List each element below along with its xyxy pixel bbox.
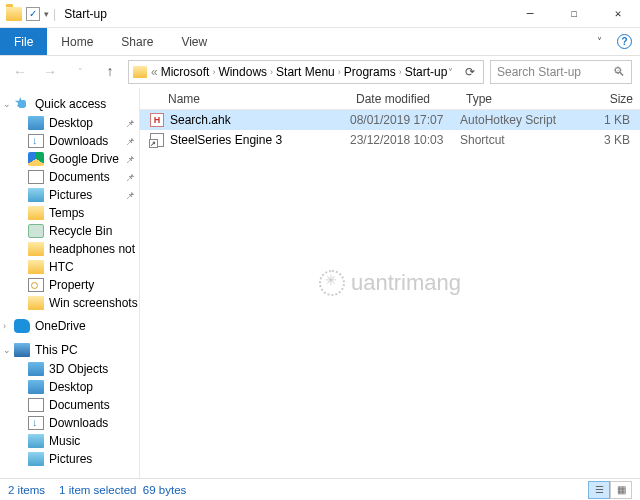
tab-view[interactable]: View: [167, 28, 221, 55]
file-date: 08/01/2019 17:07: [350, 113, 460, 127]
folder-icon: [28, 260, 44, 274]
ribbon-collapse-icon[interactable]: ˅: [585, 28, 613, 55]
sidebar-item-downloads[interactable]: Downloads: [0, 414, 139, 432]
watermark: uantrimang: [319, 270, 461, 296]
sidebar-item-recycle-bin[interactable]: Recycle Bin: [0, 222, 139, 240]
main-area: ⌄ Quick access Desktop📌︎Downloads📌︎Googl…: [0, 88, 640, 478]
file-name: Search.ahk: [170, 113, 231, 127]
up-button[interactable]: ↑: [98, 60, 122, 84]
column-headers[interactable]: Name Date modified Type Size: [140, 88, 640, 110]
music-icon: [28, 434, 44, 448]
col-name[interactable]: Name: [140, 92, 350, 106]
qat-properties-button[interactable]: ✓: [26, 7, 40, 21]
maximize-button[interactable]: ☐: [552, 0, 596, 28]
sidebar-item-temps[interactable]: Temps: [0, 204, 139, 222]
file-tab[interactable]: File: [0, 28, 47, 55]
sidebar-item-win-screenshots[interactable]: Win screenshots: [0, 294, 139, 312]
navigation-pane[interactable]: ⌄ Quick access Desktop📌︎Downloads📌︎Googl…: [0, 88, 140, 478]
status-item-count: 2 items: [8, 484, 45, 496]
pin-icon: 📌︎: [125, 118, 135, 129]
file-icon: [150, 133, 164, 147]
search-icon: 🔍︎: [613, 65, 625, 79]
file-list-area: Name Date modified Type Size HSearch.ahk…: [140, 88, 640, 478]
addr-folder-icon: [133, 66, 147, 78]
folder-icon: [28, 206, 44, 220]
sidebar-quick-access[interactable]: ⌄ Quick access: [0, 94, 139, 114]
file-row[interactable]: HSearch.ahk08/01/2019 17:07AutoHotkey Sc…: [140, 110, 640, 130]
watermark-icon: [319, 270, 345, 296]
desktop-icon: [28, 116, 44, 130]
this-pc-icon: [14, 343, 30, 357]
pin-icon: 📌︎: [125, 154, 135, 165]
sidebar-item-music[interactable]: Music: [0, 432, 139, 450]
sidebar-onedrive[interactable]: › OneDrive: [0, 316, 139, 336]
hp-icon: [28, 242, 44, 256]
file-size: 3 KB: [580, 133, 640, 147]
dl-icon: [28, 134, 44, 148]
minimize-button[interactable]: ─: [508, 0, 552, 28]
file-icon: H: [150, 113, 164, 127]
gdrive-icon: [28, 152, 44, 166]
breadcrumb[interactable]: « Microsoft› Windows› Start Menu› Progra…: [151, 65, 447, 79]
star-icon: [14, 97, 30, 111]
desktop-icon: [28, 380, 44, 394]
status-bar: 2 items 1 item selected 69 bytes ☰ ▦: [0, 478, 640, 500]
sidebar-item-3d-objects[interactable]: 3D Objects: [0, 360, 139, 378]
dl-icon: [28, 416, 44, 430]
pic-icon: [28, 452, 44, 466]
sidebar-item-headphones-not[interactable]: headphones not: [0, 240, 139, 258]
sidebar-item-property[interactable]: Property: [0, 276, 139, 294]
file-size: 1 KB: [580, 113, 640, 127]
back-button[interactable]: ←: [8, 60, 32, 84]
tab-share[interactable]: Share: [107, 28, 167, 55]
sidebar-item-google-drive[interactable]: Google Drive📌︎: [0, 150, 139, 168]
pin-icon: 📌︎: [125, 172, 135, 183]
key-icon: [28, 278, 44, 292]
sidebar-item-pictures[interactable]: Pictures📌︎: [0, 186, 139, 204]
address-row: ← → ˅ ↑ « Microsoft› Windows› Start Menu…: [0, 56, 640, 88]
tab-home[interactable]: Home: [47, 28, 107, 55]
caret-icon: ›: [3, 321, 6, 331]
file-date: 23/12/2018 10:03: [350, 133, 460, 147]
caret-icon: ⌄: [3, 345, 11, 355]
sidebar-item-documents[interactable]: Documents📌︎: [0, 168, 139, 186]
file-rows: HSearch.ahk08/01/2019 17:07AutoHotkey Sc…: [140, 110, 640, 150]
col-size[interactable]: Size: [580, 92, 640, 106]
address-bar[interactable]: « Microsoft› Windows› Start Menu› Progra…: [128, 60, 484, 84]
sidebar-this-pc[interactable]: ⌄ This PC: [0, 340, 139, 360]
pic-icon: [28, 188, 44, 202]
bin-icon: [28, 224, 44, 238]
file-type: AutoHotkey Script: [460, 113, 580, 127]
file-type: Shortcut: [460, 133, 580, 147]
folder-icon: [6, 7, 22, 21]
search-input[interactable]: Search Start-up 🔍︎: [490, 60, 632, 84]
details-view-button[interactable]: ☰: [588, 481, 610, 499]
col-date[interactable]: Date modified: [350, 92, 460, 106]
close-button[interactable]: ✕: [596, 0, 640, 28]
sidebar-item-desktop[interactable]: Desktop: [0, 378, 139, 396]
file-row[interactable]: SteelSeries Engine 323/12/2018 10:03Shor…: [140, 130, 640, 150]
file-name: SteelSeries Engine 3: [170, 133, 282, 147]
caret-icon: ⌄: [3, 99, 11, 109]
pin-icon: 📌︎: [125, 136, 135, 147]
status-selected: 1 item selected 69 bytes: [59, 484, 186, 496]
help-icon[interactable]: ?: [617, 34, 632, 49]
sidebar-item-desktop[interactable]: Desktop📌︎: [0, 114, 139, 132]
title-bar: ✓ ▾ | Start-up ─ ☐ ✕: [0, 0, 640, 28]
history-dropdown-icon[interactable]: ˅: [68, 60, 92, 84]
sidebar-item-pictures[interactable]: Pictures: [0, 450, 139, 468]
sidebar-item-documents[interactable]: Documents: [0, 396, 139, 414]
doc-icon: [28, 170, 44, 184]
forward-button[interactable]: →: [38, 60, 62, 84]
thumbnails-view-button[interactable]: ▦: [610, 481, 632, 499]
qat-dropdown-icon[interactable]: ▾: [44, 9, 49, 19]
ribbon-tabs: File Home Share View ˅ ?: [0, 28, 640, 56]
sidebar-item-downloads[interactable]: Downloads📌︎: [0, 132, 139, 150]
sidebar-item-htc[interactable]: HTC: [0, 258, 139, 276]
obj3d-icon: [28, 362, 44, 376]
pin-icon: 📌︎: [125, 190, 135, 201]
quick-access-toolbar: ✓ ▾ |: [0, 7, 56, 21]
refresh-icon[interactable]: ⟳: [461, 65, 479, 79]
col-type[interactable]: Type: [460, 92, 580, 106]
addr-dropdown-icon[interactable]: ˅: [448, 67, 453, 78]
